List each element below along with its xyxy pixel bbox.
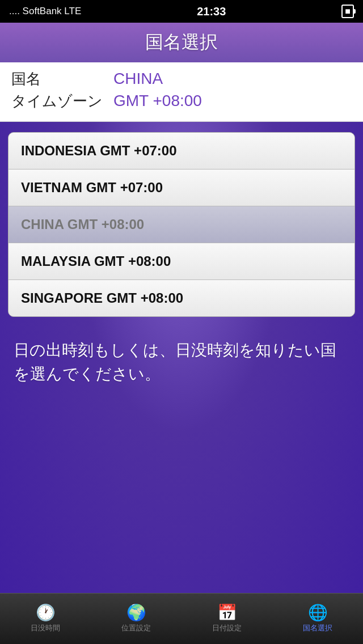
timezone-label: タイムゾーン (11, 91, 113, 111)
tab-item-位置設定[interactable]: 🌍位置設定 (91, 594, 182, 644)
time-label: 21:33 (197, 5, 226, 18)
timezone-row: タイムゾーン GMT +08:00 (11, 91, 352, 111)
carrier-label: .... SoftBank LTE (9, 6, 81, 17)
tab-icon: 🕐 (36, 605, 56, 621)
battery-icon: ■ (341, 5, 354, 18)
tab-icon: 🌍 (126, 605, 146, 621)
tab-item-国名選択[interactable]: 🌐国名選択 (272, 594, 363, 644)
timezone-value: GMT +08:00 (113, 92, 202, 110)
tab-item-日付設定[interactable]: 📅日付設定 (182, 594, 272, 644)
country-label: 国名 (11, 69, 113, 89)
tab-label: 国名選択 (303, 623, 332, 633)
tab-icon: 🌐 (308, 605, 328, 621)
tab-item-日没時間[interactable]: 🕐日没時間 (0, 594, 91, 644)
country-list: INDONESIA GMT +07:00VIETNAM GMT +07:00CH… (8, 132, 355, 317)
country-row: 国名 CHINA (11, 69, 352, 89)
country-list-item[interactable]: MALAYSIA GMT +08:00 (9, 243, 354, 280)
country-list-item[interactable]: INDONESIA GMT +07:00 (9, 133, 354, 170)
page-title: 国名選択 (145, 30, 218, 55)
tab-label: 位置設定 (121, 623, 151, 633)
tab-label: 日没時間 (31, 623, 60, 633)
tab-bar: 🕐日没時間🌍位置設定📅日付設定🌐国名選択 (0, 593, 363, 644)
description-text: 日の出時刻もしくは、日没時刻を知りたい国を選んでください。 (0, 327, 363, 397)
country-list-item[interactable]: VIETNAM GMT +07:00 (9, 170, 354, 206)
country-list-item[interactable]: CHINA GMT +08:00 (9, 206, 354, 243)
country-value: CHINA (113, 70, 163, 88)
tab-label: 日付設定 (212, 623, 242, 633)
country-list-item[interactable]: SINGAPORE GMT +08:00 (9, 280, 354, 316)
header: 国名選択 (0, 23, 363, 62)
tab-icon: 📅 (217, 605, 237, 621)
status-bar: .... SoftBank LTE 21:33 ■ (0, 0, 363, 23)
info-panel: 国名 CHINA タイムゾーン GMT +08:00 (0, 62, 363, 122)
